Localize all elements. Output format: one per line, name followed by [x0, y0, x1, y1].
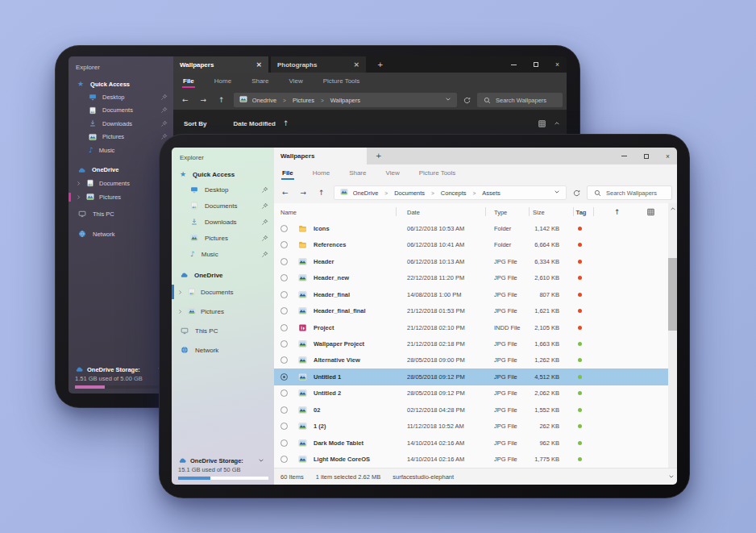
sidebar-item-desktop[interactable]: Desktop [69, 90, 173, 104]
nav-forward-icon[interactable]: → [301, 189, 307, 197]
new-tab-button[interactable]: + [376, 152, 382, 160]
sort-ascending-icon[interactable]: ↑ [614, 208, 621, 215]
sidebar-item-downloads[interactable]: Downloads [69, 117, 173, 131]
pin-icon[interactable] [261, 219, 268, 226]
pin-icon[interactable] [261, 235, 268, 242]
expand-icon[interactable] [76, 194, 81, 200]
file-row[interactable]: References06/12/2018 10:41 AMFolder6,664… [274, 236, 669, 252]
maximize-button[interactable] [532, 56, 539, 73]
sidebar-item-pictures[interactable]: Pictures [69, 131, 173, 144]
pin-icon[interactable] [261, 186, 268, 194]
minimize-button[interactable] [621, 148, 628, 164]
row-radio[interactable] [280, 389, 288, 397]
sidebar-item-pictures[interactable]: Pictures [172, 302, 274, 321]
section-header-quick-access[interactable]: ★Quick Access [172, 167, 274, 181]
breadcrumb-onedrive[interactable]: Onedrive [252, 97, 276, 104]
row-radio[interactable] [280, 241, 288, 248]
breadcrumb-concepts[interactable]: Concepts [441, 189, 467, 197]
view-grid-icon[interactable] [538, 119, 546, 128]
breadcrumb-onedrive[interactable]: OneDrive [353, 189, 379, 197]
file-row[interactable]: Dark Mode Tablet14/10/2014 02:16 AMJPG F… [274, 435, 669, 451]
sidebar-item-network[interactable]: Network [69, 224, 173, 244]
minimize-button[interactable] [510, 56, 517, 73]
view-grid-icon[interactable] [646, 207, 655, 216]
expand-icon[interactable] [76, 181, 81, 186]
sidebar-item-music[interactable]: ♪Music [69, 144, 173, 157]
row-radio[interactable] [280, 356, 288, 364]
close-button[interactable]: × [554, 56, 561, 73]
tab-wallpapers[interactable]: Wallpapers [274, 148, 367, 164]
row-radio[interactable] [280, 291, 288, 298]
column-header-type[interactable]: Type [494, 208, 507, 215]
sidebar-item-desktop[interactable]: Desktop [172, 181, 274, 198]
row-radio-selected[interactable] [280, 373, 288, 381]
sort-direction-icon[interactable]: ↑ [283, 120, 289, 127]
ribbon-tab-file[interactable]: File [281, 167, 294, 180]
pin-icon[interactable] [160, 94, 168, 101]
row-radio[interactable] [280, 324, 288, 331]
ribbon-tab-view[interactable]: View [384, 167, 400, 180]
ribbon-tab-home[interactable]: Home [312, 167, 330, 180]
new-tab-button[interactable]: + [377, 61, 384, 69]
tab-photographs[interactable]: Photographs× [271, 56, 366, 73]
file-row[interactable]: 0202/12/2018 04:28 PMJPG File1,552 KB [274, 402, 669, 418]
pin-icon[interactable] [160, 120, 168, 127]
search-input[interactable] [606, 189, 665, 197]
nav-back-icon[interactable]: ← [282, 189, 289, 197]
pin-icon[interactable] [261, 251, 268, 258]
column-header-size[interactable]: Size [533, 208, 545, 215]
sidebar-item-documents[interactable]: Documents [69, 177, 173, 190]
scroll-up-icon[interactable] [670, 206, 676, 212]
refresh-icon[interactable] [463, 97, 471, 104]
row-radio[interactable] [280, 406, 288, 414]
ribbon-tab-picture-tools[interactable]: Picture Tools [418, 167, 457, 180]
address-dropdown-icon[interactable] [554, 189, 560, 195]
close-button[interactable]: × [664, 148, 671, 164]
row-radio[interactable] [280, 423, 288, 430]
ribbon-tab-picture-tools[interactable]: Picture Tools [322, 75, 361, 88]
search-box[interactable] [477, 93, 563, 107]
sidebar-item-pictures[interactable]: Pictures [69, 190, 173, 204]
scroll-down-icon[interactable] [668, 473, 675, 480]
pin-icon[interactable] [261, 202, 268, 210]
sidebar-item-documents[interactable]: Documents [69, 104, 173, 118]
file-row[interactable]: Header06/12/2018 10:13 AMJPG File6,334 K… [274, 253, 669, 269]
breadcrumb-documents[interactable]: Documents [394, 189, 425, 197]
file-row[interactable]: Project21/12/2018 02:10 PMINDD File2,105… [274, 319, 669, 335]
expand-icon[interactable] [177, 289, 183, 295]
file-row[interactable]: Header_final14/08/2018 1:00 PMJPG File80… [274, 286, 669, 302]
section-header-onedrive[interactable]: OneDrive [172, 268, 274, 282]
refresh-icon[interactable] [573, 189, 580, 197]
sidebar-item-this-pc[interactable]: This PC [172, 321, 274, 340]
sort-field-value[interactable]: Date Modified [233, 120, 275, 127]
address-dropdown-icon[interactable] [445, 96, 451, 102]
row-radio[interactable] [280, 456, 288, 463]
file-row[interactable]: 1 (2)11/12/2018 10:52 AMJPG File262 KB [274, 418, 669, 435]
ribbon-tab-share[interactable]: Share [348, 167, 367, 180]
expand-icon[interactable] [177, 309, 183, 314]
nav-forward-icon[interactable]: → [201, 97, 207, 104]
breadcrumb-wallpapers[interactable]: Wallpapers [330, 97, 360, 104]
sidebar-item-documents[interactable]: Documents [172, 198, 274, 214]
file-row[interactable]: Icons06/12/2018 10:53 AMFolder1,142 KB [274, 220, 669, 236]
search-input[interactable] [496, 97, 556, 104]
sidebar-item-music[interactable]: ♪Music [172, 246, 274, 262]
row-radio[interactable] [280, 340, 288, 348]
row-radio[interactable] [280, 258, 288, 265]
sidebar-item-pictures[interactable]: Pictures [172, 230, 274, 246]
sidebar-item-downloads[interactable]: Downloads [172, 214, 274, 230]
ribbon-tab-file[interactable]: File [182, 75, 195, 88]
sidebar-item-this-pc[interactable]: This PC [69, 204, 173, 224]
file-row[interactable]: Header_final_final21/12/2018 01:53 PMJPG… [274, 302, 669, 319]
row-radio[interactable] [280, 307, 288, 314]
nav-up-icon[interactable]: ↑ [318, 189, 325, 197]
nav-back-icon[interactable]: ← [182, 97, 189, 104]
file-row[interactable]: Alternative View28/05/2018 09:00 PMJPG F… [274, 352, 669, 369]
file-row[interactable]: Untitled 128/05/2018 09:12 PMJPG File4,5… [274, 369, 669, 385]
sort-by-label[interactable]: Sort By [184, 120, 206, 127]
breadcrumb-assets[interactable]: Assets [482, 189, 501, 197]
file-row[interactable]: Wallpaper Project21/12/2018 02:18 PMJPG … [274, 335, 669, 352]
row-radio[interactable] [280, 439, 288, 447]
maximize-button[interactable] [642, 148, 650, 164]
row-radio[interactable] [280, 225, 288, 232]
